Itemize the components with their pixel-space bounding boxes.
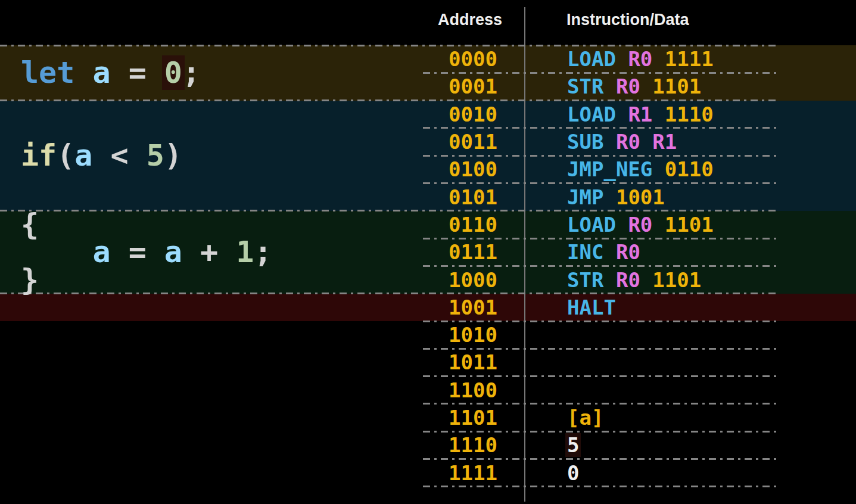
address-cell-0001: 0001	[449, 74, 497, 98]
address-cell-1111: 1111	[449, 461, 497, 485]
instruction-cell-0000: LOAD R0 1111	[567, 47, 714, 71]
instruction-cell-1110: 5	[567, 433, 579, 457]
token-mnemonic: LOAD	[567, 47, 616, 71]
token-variable: a	[92, 55, 110, 90]
token-plain: 5	[565, 433, 581, 457]
address-cell-1110: 1110	[449, 433, 497, 457]
token-mnemonic: INC	[567, 240, 603, 264]
token-value: 1101	[652, 74, 701, 98]
token-number: 5	[147, 138, 164, 173]
instruction-cell-0011: SUB R0 R1	[567, 130, 677, 154]
token-register: R0	[616, 130, 640, 154]
code-to-machine-code-diagram: Address Instruction/Data 0000LOAD R0 111…	[0, 0, 856, 504]
address-cell-1100: 1100	[449, 378, 497, 402]
token-register: R0	[628, 213, 652, 237]
token-value: 1101	[665, 213, 714, 237]
token-register: R0	[616, 268, 640, 292]
instruction-cell-0101: JMP 1001	[567, 185, 665, 209]
token-number: 1	[236, 235, 254, 269]
token-register: R1	[652, 130, 677, 154]
token-mnemonic: STR	[567, 268, 603, 292]
address-cell-1010: 1010	[449, 323, 497, 347]
instruction-cell-1101: [a]	[567, 406, 603, 430]
token-value: 1111	[665, 47, 714, 71]
token-value: 1001	[616, 185, 665, 209]
address-cell-0111: 0111	[449, 240, 497, 264]
row-divider-line	[423, 182, 778, 184]
source-close-brace: }	[21, 263, 39, 297]
row-divider-line	[423, 431, 778, 433]
band-boundary-line	[0, 99, 778, 101]
row-divider-line	[423, 238, 778, 239]
instruction-cell-0010: LOAD R1 1110	[567, 102, 714, 126]
band-boundary-line	[0, 45, 778, 46]
source-increment-statement: a = a + 1;	[21, 235, 272, 269]
token-value: 0110	[665, 157, 714, 181]
row-divider-line	[423, 155, 778, 157]
instruction-data-column-header: Instruction/Data	[566, 11, 689, 29]
row-divider-line	[423, 458, 778, 460]
token-register: R0	[616, 240, 640, 264]
instruction-cell-0111: INC R0	[567, 240, 640, 264]
token-value: 1101	[652, 268, 701, 292]
address-cell-1101: 1101	[449, 406, 497, 430]
token-variable: a	[74, 138, 92, 173]
instruction-cell-1001: HALT	[567, 295, 616, 319]
row-divider-line	[423, 486, 778, 487]
column-divider-line	[524, 7, 525, 502]
token-mnemonic: HALT	[567, 295, 616, 319]
highlight-band-halt	[0, 294, 856, 321]
token-operator: =	[111, 55, 164, 90]
token-keyword: let	[21, 55, 74, 90]
token-operator: ;	[182, 55, 200, 90]
row-divider-line	[423, 127, 778, 129]
token-plain: 0	[567, 461, 579, 485]
address-cell-0000: 0000	[449, 47, 497, 71]
source-declaration-statement: let a = 0;	[21, 55, 200, 90]
address-column-header: Address	[438, 11, 502, 29]
token-mnemonic: JMP_NEG	[567, 157, 652, 181]
token-operator: }	[21, 263, 39, 297]
address-cell-0101: 0101	[449, 185, 497, 209]
token-operator: =	[111, 235, 164, 269]
instruction-cell-0001: STR R0 1101	[567, 74, 701, 98]
token-mnemonic: STR	[567, 74, 603, 98]
address-cell-0100: 0100	[449, 157, 497, 181]
address-cell-0011: 0011	[449, 130, 497, 154]
instruction-cell-1111: 0	[567, 461, 579, 485]
token-operator: <	[92, 138, 146, 173]
token-keyword2: if	[21, 138, 57, 173]
band-boundary-line	[0, 210, 778, 211]
instruction-cell-1000: STR R0 1101	[567, 268, 701, 292]
token-operator	[74, 55, 92, 90]
token-value: [a]	[567, 406, 603, 430]
token-operator: )	[164, 138, 182, 173]
instruction-cell-0110: LOAD R0 1101	[567, 213, 714, 237]
row-divider-line	[423, 403, 778, 405]
token-operator: (	[57, 138, 74, 173]
token-value: 1110	[665, 102, 714, 126]
token-register: R0	[628, 47, 652, 71]
band-boundary-line	[0, 293, 778, 294]
token-variable: a	[164, 235, 182, 269]
address-cell-1011: 1011	[449, 350, 497, 374]
row-divider-line	[423, 265, 778, 267]
instruction-cell-0100: JMP_NEG 0110	[567, 157, 714, 181]
token-operator: +	[182, 235, 236, 269]
row-divider-line	[423, 375, 778, 377]
row-divider-line	[423, 72, 778, 74]
row-divider-line	[423, 321, 778, 322]
token-register: R0	[616, 74, 640, 98]
address-cell-0010: 0010	[449, 102, 497, 126]
token-mnemonic: LOAD	[567, 102, 616, 126]
token-register: R1	[628, 102, 652, 126]
token-mnemonic: JMP	[567, 185, 603, 209]
token-number: 0	[162, 55, 185, 90]
token-mnemonic: LOAD	[567, 213, 616, 237]
address-cell-1000: 1000	[449, 268, 497, 292]
source-if-condition: if(a < 5)	[21, 138, 182, 173]
token-mnemonic: SUB	[567, 130, 603, 154]
row-divider-line	[423, 348, 778, 350]
token-variable: a	[92, 235, 110, 269]
token-operator: ;	[254, 235, 272, 269]
